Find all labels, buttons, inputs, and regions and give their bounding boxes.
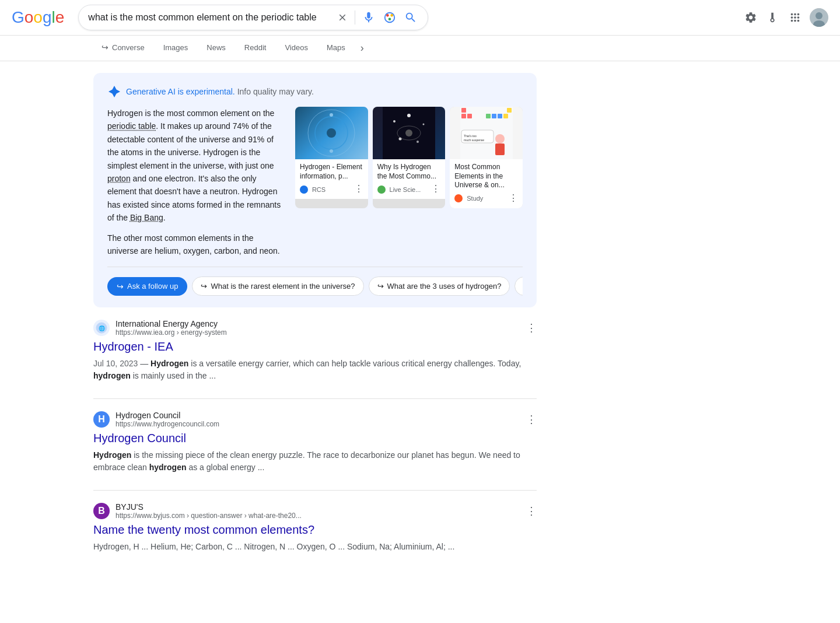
ai-image-1 [295, 107, 368, 159]
ai-paragraph-1: Hydrogen is the most common element on t… [107, 107, 286, 225]
ai-image-2 [373, 107, 446, 159]
svg-point-29 [495, 134, 505, 144]
ai-image-2-source-row: Live Scie... ⋮ [377, 183, 441, 194]
ai-header: Generative AI is experimental. Info qual… [107, 85, 523, 99]
ai-label: Generative AI is experimental. Info qual… [126, 87, 314, 96]
site-url-hc: https://www.hydrogencouncil.com [116, 420, 520, 428]
result-item-byjus: B BYJU'S https://www.byjus.com › questio… [93, 502, 537, 553]
followup-chip-1[interactable]: ↪ What is the rarest element in the univ… [192, 276, 363, 296]
search-input[interactable] [88, 12, 331, 23]
result-item-iea: 🌐 International Energy Agency https://ww… [93, 319, 537, 382]
ai-image-1-source: RCS [300, 184, 326, 194]
svg-rect-22 [507, 108, 512, 113]
image-1-more-button[interactable]: ⋮ [354, 183, 363, 194]
svg-point-13 [393, 120, 396, 123]
result-more-hc[interactable]: ⋮ [526, 413, 537, 426]
svg-rect-23 [461, 114, 466, 118]
svg-rect-24 [467, 114, 472, 118]
svg-point-15 [423, 124, 425, 125]
big-bang-link[interactable]: Big Bang [130, 213, 163, 222]
divider-1 [93, 398, 537, 399]
labs-button[interactable] [765, 10, 780, 25]
result-source-row-iea: 🌐 International Energy Agency https://ww… [93, 319, 537, 337]
rcs-icon [300, 186, 308, 194]
more-tabs-button[interactable]: › [356, 37, 369, 59]
ai-image-1-info: Hydrogen - Element information, p... RCS… [295, 159, 368, 199]
ai-icon [107, 85, 121, 99]
apps-button[interactable] [788, 10, 803, 25]
tab-videos[interactable]: Videos [276, 36, 316, 61]
ai-image-2-title: Why Is Hydrogen the Most Commo... [377, 163, 441, 181]
result-snippet-hc: Hydrogen is the missing piece of the cle… [93, 449, 537, 474]
clear-search-button[interactable] [336, 11, 349, 24]
result-title-iea[interactable]: Hydrogen - IEA [93, 339, 537, 354]
ai-image-1-title: Hydrogen - Element information, p... [300, 163, 363, 181]
proton-link[interactable]: proton [107, 174, 131, 183]
site-name-byjus: BYJU'S [116, 502, 520, 512]
header: Google [0, 0, 840, 36]
svg-rect-26 [492, 114, 496, 118]
ai-image-3: That's too much suspense [450, 107, 523, 159]
svg-text:🌐: 🌐 [99, 325, 106, 332]
result-more-byjus[interactable]: ⋮ [526, 505, 537, 517]
svg-text:That's too: That's too [464, 134, 477, 138]
converse-icon: ↪ [102, 43, 108, 52]
result-site-info-hc: Hydrogen Council https://www.hydrogencou… [116, 411, 520, 428]
svg-rect-27 [498, 114, 502, 118]
lens-search-button[interactable] [382, 10, 397, 25]
site-url-iea: https://www.iea.org › energy-system [116, 328, 520, 337]
ai-image-card-2[interactable]: Why Is Hydrogen the Most Commo... Live S… [373, 107, 446, 208]
result-source-row-byjus: B BYJU'S https://www.byjus.com › questio… [93, 502, 537, 520]
result-site-info-byjus: BYJU'S https://www.byjus.com › question-… [116, 502, 520, 520]
settings-button[interactable] [743, 10, 758, 25]
svg-point-14 [407, 114, 411, 117]
image-2-more-button[interactable]: ⋮ [431, 183, 440, 194]
result-more-iea[interactable]: ⋮ [526, 321, 537, 334]
ai-images-column: Hydrogen - Element information, p... RCS… [295, 107, 523, 257]
result-site-info-iea: International Energy Agency https://www.… [116, 319, 520, 337]
result-snippet-iea: Jul 10, 2023 — Hydrogen is a versatile e… [93, 358, 537, 382]
tab-maps[interactable]: Maps [318, 36, 354, 61]
ai-image-3-info: Most Common Elements in the Universe & o… [450, 159, 523, 208]
ai-image-3-source-row: Study ⋮ [454, 192, 518, 204]
favicon-hc: H [93, 411, 110, 428]
voice-search-button[interactable] [361, 10, 376, 25]
ai-answer-box: Generative AI is experimental. Info qual… [93, 73, 537, 307]
favicon-byjus: B [93, 503, 110, 519]
search-submit-button[interactable] [403, 10, 418, 25]
svg-point-19 [405, 130, 412, 136]
image-3-more-button[interactable]: ⋮ [509, 192, 518, 204]
main-content: Generative AI is experimental. Info qual… [0, 61, 840, 581]
tab-reddit[interactable]: Reddit [236, 36, 275, 61]
followup-chip-3[interactable]: ↪ What are the 3 m... [514, 276, 523, 296]
followup-bar: ↪ Ask a follow up ↪ What is the rarest e… [107, 267, 523, 296]
ai-paragraph-2: The other most common elements in the un… [107, 232, 286, 258]
study-icon [454, 194, 463, 202]
site-name-iea: International Energy Agency [116, 319, 520, 328]
search-bar [78, 5, 428, 30]
svg-point-5 [816, 12, 822, 19]
chip-1-icon: ↪ [201, 282, 207, 290]
ai-image-3-source: Study [454, 193, 483, 202]
ai-image-card-1[interactable]: Hydrogen - Element information, p... RCS… [295, 107, 368, 208]
result-title-byjus[interactable]: Name the twenty most common elements? [93, 522, 537, 537]
ask-followup-button[interactable]: ↪ Ask a follow up [107, 277, 187, 296]
search-tabs: ↪ Converse Images News Reddit Videos Map… [0, 36, 840, 61]
followup-chip-2[interactable]: ↪ What are the 3 uses of hydrogen? [369, 276, 510, 296]
svg-point-0 [385, 13, 395, 23]
ai-image-1-source-row: RCS ⋮ [300, 183, 363, 194]
svg-point-9 [327, 128, 336, 138]
google-logo[interactable]: Google [12, 8, 64, 27]
tab-news[interactable]: News [198, 36, 234, 61]
periodic-table-link[interactable]: periodic table [107, 121, 156, 131]
svg-rect-30 [495, 144, 505, 155]
left-column: Generative AI is experimental. Info qual… [93, 73, 537, 569]
svg-rect-28 [503, 114, 508, 118]
tab-images[interactable]: Images [155, 36, 197, 61]
result-title-hc[interactable]: Hydrogen Council [93, 430, 537, 446]
tab-converse[interactable]: ↪ Converse [93, 36, 153, 61]
ai-text: Hydrogen is the most common element on t… [107, 107, 286, 257]
ai-image-card-3[interactable]: That's too much suspense Most Common Ele… [450, 107, 523, 208]
avatar[interactable] [810, 8, 828, 27]
svg-point-1 [386, 14, 389, 17]
